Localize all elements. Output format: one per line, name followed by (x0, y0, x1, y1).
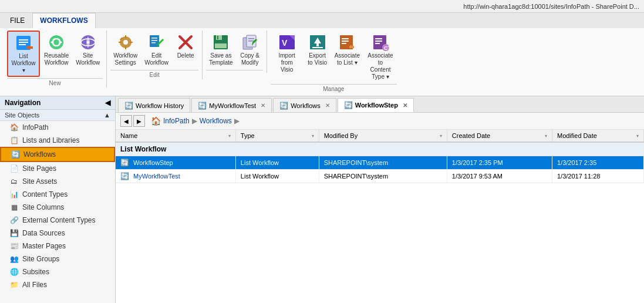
edit-workflow-button[interactable]: EditWorkflow (141, 31, 171, 69)
export-to-visio-icon (308, 33, 327, 52)
ribbon-group-edit-items: WorkflowSettings EditWorkflow (110, 31, 198, 69)
col-modified-by[interactable]: Modified By ▾ (319, 130, 447, 142)
svg-rect-42 (342, 43, 346, 44)
svg-rect-2 (19, 42, 28, 43)
tab-file[interactable]: FILE (2, 13, 32, 28)
list-workflow-label: ListWorkflow ▾ (11, 53, 36, 74)
svg-rect-31 (248, 38, 254, 39)
site-workflow-button[interactable]: SiteWorkflow (73, 31, 103, 69)
workflows-tab-close-icon[interactable]: ✕ (325, 102, 330, 109)
list-workflow-button[interactable]: ListWorkflow ▾ (7, 31, 40, 77)
reusable-workflow-label: ReusableWorkflow (44, 52, 69, 66)
sidebar-item-content-types[interactable]: 📊 Content Types (0, 188, 115, 201)
associate-to-content-type-button[interactable]: CT Associate toContent Type ▾ (364, 31, 397, 83)
row2-name[interactable]: MyWorkflowTest (133, 173, 180, 180)
breadcrumb-back-button[interactable]: ◀ (120, 115, 132, 127)
ribbon-content: ListWorkflow ▾ ReusableWorkflow (0, 28, 644, 96)
sidebar-item-all-files[interactable]: 📁 All Files (0, 278, 115, 291)
associate-to-content-type-icon: CT (371, 33, 390, 52)
breadcrumb-item-2[interactable]: Workflows (200, 117, 232, 125)
export-to-visio-button[interactable]: Exportto Visio (305, 31, 331, 69)
breadcrumb-nav: ◀ ▶ (120, 115, 145, 127)
site-assets-icon: 🗂 (9, 177, 19, 186)
col-modified-by-label: Modified By (324, 132, 358, 139)
workflow-settings-label: WorkflowSettings (113, 52, 137, 66)
all-files-icon: 📁 (9, 280, 19, 289)
col-modified-by-sort[interactable]: ▾ (440, 133, 442, 139)
col-created-date[interactable]: Created Date ▾ (447, 130, 552, 142)
associate-to-list-button[interactable]: Associateto List ▾ (332, 31, 363, 69)
col-name[interactable]: Name ▾ (116, 130, 235, 142)
sidebar-item-workflows[interactable]: 🔄 Workflows (0, 147, 115, 162)
my-workflow-test-close-icon[interactable]: ✕ (261, 102, 265, 109)
copy-modify-button[interactable]: Copy &Modify (237, 31, 263, 69)
url-display: http://win-qhara1agc8d:10001/sites/InfoP… (463, 3, 639, 10)
tab-my-workflow-test[interactable]: 🔄 MyWorkflowTest ✕ (191, 98, 272, 112)
tab-workflow-history[interactable]: 🔄 Workflow History (118, 98, 190, 112)
col-type-label: Type (241, 132, 255, 139)
col-created-date-sort[interactable]: ▾ (545, 133, 547, 139)
data-sources-label: Data Sources (22, 229, 65, 237)
col-modified-date[interactable]: Modified Date ▾ (552, 130, 643, 142)
save-as-template-button[interactable]: Save asTemplate (206, 31, 236, 69)
table-header-row: Name ▾ Type ▾ Modified B (116, 130, 644, 142)
workflow-table: Name ▾ Type ▾ Modified B (116, 130, 644, 183)
breadcrumb-forward-button[interactable]: ▶ (133, 115, 145, 127)
delete-button[interactable]: Delete (173, 31, 198, 62)
import-from-visio-button[interactable]: V Import fromVisio (271, 31, 304, 76)
tab-workflows[interactable]: 🔄 Workflows ✕ (273, 98, 336, 112)
row1-icon: 🔄 (120, 159, 129, 167)
sidebar-item-lists-libraries[interactable]: 📋 Lists and Libraries (0, 134, 115, 147)
col-modified-date-sort[interactable]: ▾ (636, 133, 639, 139)
sidebar-item-master-pages[interactable]: 📰 Master Pages (0, 240, 115, 253)
col-type[interactable]: Type ▾ (235, 130, 319, 142)
workflow-settings-icon (116, 33, 135, 52)
list-workflow-icon (14, 33, 33, 52)
row1-modified-by-cell: SHAREPOINT\system (319, 156, 447, 170)
svg-point-11 (87, 41, 89, 43)
ribbon-group-new-items: ListWorkflow ▾ ReusableWorkflow (7, 31, 103, 77)
sidebar-item-subsites[interactable]: 🌐 Subsites (0, 265, 115, 278)
site-objects-header[interactable]: Site Objects ▲ (0, 110, 115, 121)
sidebar-item-infopath[interactable]: 🏠 InfoPath (0, 121, 115, 134)
sidebar-header: Navigation ◀ (0, 96, 115, 110)
subsites-label: Subsites (22, 268, 49, 276)
tab-workflows[interactable]: WORKFLOWS (32, 13, 95, 28)
sidebar-item-external-content-types[interactable]: 🔗 External Content Types (0, 214, 115, 227)
col-type-sort[interactable]: ▾ (312, 133, 314, 139)
breadcrumb-item-1[interactable]: InfoPath (163, 117, 190, 125)
delete-label: Delete (177, 52, 194, 59)
breadcrumb: ◀ ▶ 🏠 InfoPath ▶ Workflows ▶ (116, 113, 644, 130)
import-from-visio-label: Import fromVisio (274, 52, 301, 73)
site-pages-label: Site Pages (22, 164, 56, 173)
import-from-visio-icon: V (278, 33, 296, 52)
col-created-date-label: Created Date (452, 132, 490, 139)
sidebar-toggle-icon[interactable]: ◀ (105, 99, 110, 107)
tab-workflowstep[interactable]: 🔄 WorkflowStep ✕ (338, 98, 414, 112)
svg-rect-47 (375, 41, 382, 42)
svg-rect-17 (130, 42, 133, 43)
row2-created-date: 1/3/2017 9:53 AM (452, 173, 503, 180)
sidebar-item-site-assets[interactable]: 🗂 Site Assets (0, 175, 115, 188)
row1-name-cell: 🔄 WorkflowStep (116, 156, 235, 170)
content-area: 🔄 Workflow History 🔄 MyWorkflowTest ✕ 🔄 … (116, 96, 644, 303)
infopath-label: InfoPath (22, 123, 49, 132)
row1-type-cell: List Workflow (235, 156, 319, 170)
svg-rect-41 (342, 41, 349, 42)
workflowstep-tab-close-icon[interactable]: ✕ (403, 102, 407, 109)
sidebar-item-data-sources[interactable]: 💾 Data Sources (0, 227, 115, 240)
row1-name[interactable]: WorkflowStep (133, 159, 173, 166)
table-row[interactable]: 🔄 MyWorkflowTest List Workflow SHAREPOIN… (116, 170, 644, 183)
sidebar-item-site-columns[interactable]: ▦ Site Columns (0, 201, 115, 214)
title-bar: http://win-qhara1agc8d:10001/sites/InfoP… (0, 0, 644, 13)
table-row[interactable]: 🔄 WorkflowStep List Workflow SHAREPOINT\… (116, 156, 644, 170)
sidebar-item-site-groups[interactable]: 👥 Site Groups (0, 253, 115, 265)
reusable-workflow-button[interactable]: ReusableWorkflow (41, 31, 72, 69)
sidebar-item-site-pages[interactable]: 📄 Site Pages (0, 162, 115, 175)
svg-rect-1 (19, 39, 28, 41)
col-name-sort[interactable]: ▾ (228, 133, 231, 139)
workflowstep-tab-icon: 🔄 (344, 101, 353, 109)
row2-icon: 🔄 (120, 172, 129, 180)
ribbon-group-edit: WorkflowSettings EditWorkflow (108, 31, 203, 79)
workflow-settings-button[interactable]: WorkflowSettings (110, 31, 140, 69)
